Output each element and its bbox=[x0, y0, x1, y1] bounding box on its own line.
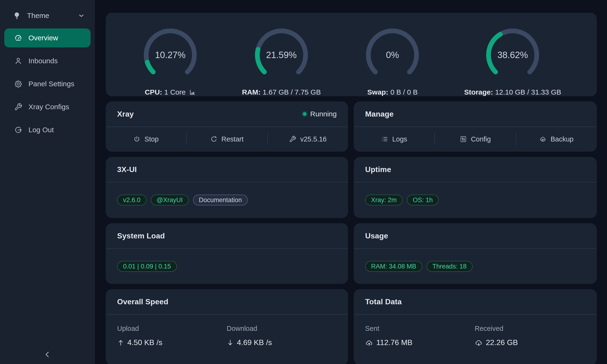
tag-xrayui[interactable]: @XrayUI bbox=[151, 195, 189, 206]
stop-button[interactable]: Stop bbox=[106, 127, 186, 151]
sidebar-item-inbounds[interactable]: Inbounds bbox=[4, 52, 91, 70]
manage-card: Manage LogsConfigBackup bbox=[354, 102, 597, 152]
overall-speed-card-title: Overall Speed bbox=[117, 298, 168, 306]
gauge-storage: 38.62%Storage:12.10 GB / 31.33 GB bbox=[464, 26, 561, 96]
total-data-card-header: Total Data bbox=[354, 289, 597, 315]
metric-download: Download4.69 KB /s bbox=[227, 325, 337, 347]
system-load-card-title: System Load bbox=[117, 232, 165, 240]
gauge-caption-value: 0 B / 0 B bbox=[390, 88, 418, 96]
tag-documentation[interactable]: Documentation bbox=[193, 195, 248, 206]
version-button[interactable]: v25.5.16 bbox=[268, 127, 348, 151]
user-icon bbox=[14, 57, 22, 65]
gauge-caption: Swap:0 B / 0 B bbox=[367, 88, 418, 96]
sidebar-collapse-button[interactable] bbox=[0, 350, 95, 359]
sidebar-item-xray-configs[interactable]: Xray Configs bbox=[4, 97, 91, 116]
gauge-ring: 38.62% bbox=[484, 26, 541, 84]
chevron-left-icon bbox=[43, 350, 52, 359]
sidebar-item-label: Overview bbox=[28, 34, 58, 42]
xray-card: Xray Running StopRestartv25.5.16 bbox=[106, 102, 348, 152]
gauge-caption-key: Swap: bbox=[367, 88, 388, 96]
usage-card-header: Usage bbox=[354, 223, 597, 249]
gauge-caption-key: RAM: bbox=[242, 88, 260, 96]
power-icon bbox=[133, 136, 140, 143]
sidebar-item-overview[interactable]: Overview bbox=[4, 28, 91, 47]
sidebar-item-panel-settings[interactable]: Panel Settings bbox=[4, 74, 91, 93]
status-dot bbox=[303, 112, 307, 116]
button-label: Restart bbox=[222, 135, 243, 143]
manage-card-title: Manage bbox=[365, 110, 394, 118]
gauge-caption-key: CPU: bbox=[145, 88, 162, 96]
total-data-card-title: Total Data bbox=[365, 298, 402, 306]
gauge-value: 21.59% bbox=[252, 26, 310, 84]
xui-card-title: 3X-UI bbox=[117, 165, 137, 174]
metric-sent: Sent112.76 MB bbox=[365, 325, 475, 347]
usage-card-title: Usage bbox=[365, 232, 388, 240]
cloud-server-icon bbox=[540, 136, 547, 143]
gauge-value: 38.62% bbox=[484, 26, 541, 84]
button-label: Logs bbox=[392, 135, 407, 143]
tag-version[interactable]: v2.6.0 bbox=[117, 195, 146, 206]
uptime-tags: Xray: 2mOS: 1h bbox=[354, 182, 597, 218]
gauge-swap: 0%Swap:0 B / 0 B bbox=[364, 26, 421, 96]
restart-button[interactable]: Restart bbox=[187, 127, 267, 151]
sidebar-nav: OverviewInboundsPanel SettingsXray Confi… bbox=[0, 28, 95, 139]
button-label: Stop bbox=[145, 135, 159, 143]
tag-threads: Threads: 18 bbox=[427, 261, 473, 272]
metric-value-text: 4.50 KB /s bbox=[127, 338, 162, 347]
tag-load-averages: 0.01 | 0.09 | 0.15 bbox=[117, 261, 177, 272]
gauge-ram: 21.59%RAM:1.67 GB / 7.75 GB bbox=[242, 26, 321, 96]
sidebar-item-label: Panel Settings bbox=[28, 80, 74, 88]
button-label: Backup bbox=[551, 135, 574, 143]
sidebar-item-log-out[interactable]: Log Out bbox=[4, 120, 91, 139]
metric-label: Sent bbox=[365, 325, 475, 333]
metric-value: 4.69 KB /s bbox=[227, 338, 337, 347]
logs-button[interactable]: Logs bbox=[354, 127, 434, 151]
gauge-caption: Storage:12.10 GB / 31.33 GB bbox=[464, 88, 561, 96]
main-content: 10.27%CPU:1 Core21.59%RAM:1.67 GB / 7.75… bbox=[95, 0, 607, 364]
uptime-card-header: Uptime bbox=[354, 157, 597, 182]
manage-actions: LogsConfigBackup bbox=[354, 127, 597, 151]
gear-icon bbox=[14, 80, 22, 88]
arrow-up-icon bbox=[117, 339, 124, 346]
chart-area-icon[interactable] bbox=[189, 89, 196, 95]
gauge-ring: 21.59% bbox=[252, 26, 310, 84]
sliders-icon bbox=[460, 136, 467, 143]
gauge-value: 10.27% bbox=[141, 26, 199, 84]
gauge-ring: 10.27% bbox=[141, 26, 199, 84]
wrench-icon bbox=[14, 103, 22, 111]
sidebar-item-label: Xray Configs bbox=[28, 103, 69, 111]
stats-card: 10.27%CPU:1 Core21.59%RAM:1.67 GB / 7.75… bbox=[106, 13, 597, 96]
metric-label: Download bbox=[227, 325, 337, 333]
button-label: v25.5.16 bbox=[300, 135, 327, 143]
gauge-caption-value: 1.67 GB / 7.75 GB bbox=[263, 88, 321, 96]
xui-tags: v2.6.0@XrayUIDocumentation bbox=[106, 182, 348, 218]
tag-os-uptime: OS: 1h bbox=[407, 195, 439, 206]
backup-button[interactable]: Backup bbox=[516, 127, 597, 151]
metric-value-text: 112.76 MB bbox=[376, 338, 412, 347]
restart-icon bbox=[210, 136, 217, 143]
metric-value: 112.76 MB bbox=[365, 338, 475, 347]
theme-label: Theme bbox=[27, 12, 49, 20]
gauge-icon bbox=[14, 34, 22, 42]
button-label: Config bbox=[471, 135, 491, 143]
metric-value: 4.50 KB /s bbox=[117, 338, 227, 347]
usage-tags: RAM: 34.08 MBThreads: 18 bbox=[354, 249, 597, 284]
gauge-value: 0% bbox=[364, 26, 421, 84]
sidebar: Theme OverviewInboundsPanel SettingsXray… bbox=[0, 0, 95, 364]
metric-label: Upload bbox=[117, 325, 227, 333]
manage-card-header: Manage bbox=[354, 102, 597, 127]
theme-selector[interactable]: Theme bbox=[10, 9, 88, 23]
status-text: Running bbox=[310, 110, 337, 118]
config-button[interactable]: Config bbox=[435, 127, 515, 151]
system-load-tags: 0.01 | 0.09 | 0.15 bbox=[106, 249, 348, 284]
metric-upload: Upload4.50 KB /s bbox=[117, 325, 227, 347]
xui-card: 3X-UI v2.6.0@XrayUIDocumentation bbox=[106, 157, 348, 218]
gauge-cpu: 10.27%CPU:1 Core bbox=[141, 26, 199, 96]
sidebar-item-label: Log Out bbox=[28, 126, 54, 134]
gauge-caption-value: 1 Core bbox=[164, 88, 186, 96]
gauge-caption-value: 12.10 GB / 31.33 GB bbox=[495, 88, 561, 96]
usage-card: Usage RAM: 34.08 MBThreads: 18 bbox=[354, 223, 597, 284]
list-icon bbox=[381, 136, 388, 143]
overall-speed-metrics: Upload4.50 KB /sDownload4.69 KB /s bbox=[106, 315, 348, 347]
tag-xray-uptime: Xray: 2m bbox=[365, 195, 403, 206]
